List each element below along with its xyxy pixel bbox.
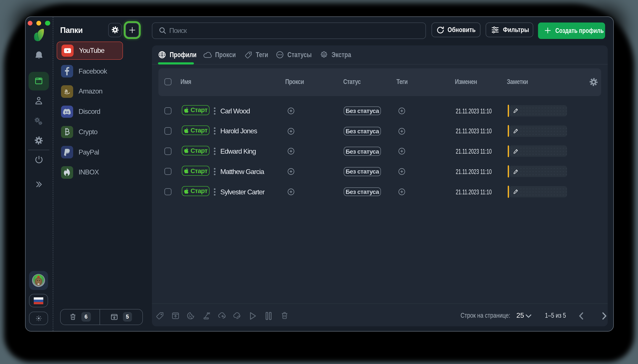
svg-text:a: a [64, 88, 68, 94]
